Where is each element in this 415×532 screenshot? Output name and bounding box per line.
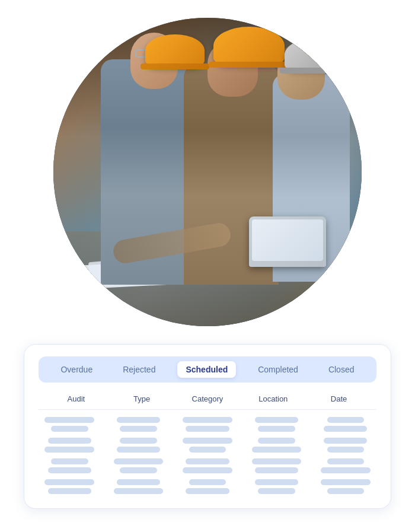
- tab-rejected[interactable]: Rejected: [114, 361, 164, 378]
- skeleton-line: [258, 488, 295, 494]
- cell-location-4: [245, 479, 307, 494]
- skeleton-line: [189, 447, 226, 453]
- table-row: [39, 479, 376, 494]
- skeleton-line: [183, 467, 232, 473]
- cell-audit-2: [39, 438, 100, 453]
- tabs-container: Overdue Rejected Scheduled Completed Clo…: [39, 356, 376, 383]
- skeleton-line: [255, 479, 298, 485]
- col-audit: Audit: [43, 394, 109, 403]
- skeleton-line: [258, 438, 295, 444]
- col-category: Category: [175, 394, 241, 403]
- skeleton-line: [321, 467, 371, 473]
- cell-date-4: [315, 479, 376, 494]
- laptop: [249, 216, 326, 267]
- skeleton-line: [48, 467, 91, 473]
- skeleton-line: [117, 417, 160, 423]
- cell-type-2: [107, 438, 169, 453]
- skeleton-line: [255, 467, 298, 473]
- col-date: Date: [306, 394, 372, 403]
- skeleton-line: [327, 447, 365, 453]
- cell-date-2: [315, 438, 376, 453]
- skeleton-line: [327, 417, 365, 423]
- skeleton-line: [186, 458, 229, 464]
- skeleton-line: [51, 426, 88, 432]
- table-row: [39, 417, 376, 432]
- skeleton-line: [327, 458, 365, 464]
- hero-section: [0, 0, 415, 338]
- cell-location-1: [245, 417, 307, 432]
- table-body: [39, 417, 376, 494]
- skeleton-line: [48, 488, 91, 494]
- cell-location-2: [245, 438, 307, 453]
- skeleton-line: [189, 479, 226, 485]
- cell-audit-1: [39, 417, 100, 432]
- cell-audit-3: [39, 458, 100, 473]
- skeleton-line: [258, 426, 295, 432]
- cell-category-3: [177, 458, 238, 473]
- hard-hat-2: [213, 27, 285, 65]
- cell-location-3: [245, 458, 307, 473]
- skeleton-line: [252, 458, 302, 464]
- skeleton-line: [327, 488, 365, 494]
- audit-card: Overdue Rejected Scheduled Completed Clo…: [24, 344, 391, 509]
- table-header: Audit Type Category Location Date: [39, 394, 376, 410]
- skeleton-line: [44, 447, 94, 453]
- cell-category-4: [177, 479, 238, 494]
- laptop-screen: [252, 219, 323, 261]
- skeleton-line: [255, 417, 298, 423]
- col-type: Type: [109, 394, 175, 403]
- cell-type-1: [107, 417, 169, 432]
- cell-date-3: [315, 458, 376, 473]
- cell-category-2: [177, 438, 238, 453]
- hard-hat-1: [145, 34, 205, 67]
- skeleton-line: [44, 417, 94, 423]
- tab-overdue[interactable]: Overdue: [52, 361, 101, 378]
- skeleton-line: [48, 438, 91, 444]
- cell-category-1: [177, 417, 238, 432]
- skeleton-line: [120, 426, 157, 432]
- cell-type-3: [107, 458, 169, 473]
- col-location: Location: [240, 394, 306, 403]
- cell-type-4: [107, 479, 169, 494]
- skeleton-line: [324, 438, 367, 444]
- tab-completed[interactable]: Completed: [250, 361, 307, 378]
- tab-closed[interactable]: Closed: [320, 361, 363, 378]
- skeleton-line: [183, 417, 232, 423]
- skeleton-line: [120, 467, 157, 473]
- skeleton-line: [324, 426, 367, 432]
- skeleton-line: [117, 479, 160, 485]
- skeleton-line: [321, 479, 371, 485]
- skeleton-line: [186, 426, 229, 432]
- skeleton-line: [117, 447, 160, 453]
- skeleton-line: [252, 447, 302, 453]
- table-row: [39, 438, 376, 453]
- hero-circle-image: [53, 18, 362, 326]
- skeleton-line: [51, 458, 88, 464]
- scene-background: [53, 18, 362, 326]
- table-row: [39, 458, 376, 473]
- hard-hat-3: [285, 39, 344, 71]
- skeleton-line: [120, 438, 157, 444]
- cell-audit-4: [39, 479, 100, 494]
- skeleton-line: [186, 488, 229, 494]
- cell-date-1: [315, 417, 376, 432]
- skeleton-line: [44, 479, 94, 485]
- tab-scheduled[interactable]: Scheduled: [177, 361, 236, 378]
- skeleton-line: [183, 438, 232, 444]
- skeleton-line: [114, 488, 164, 494]
- skeleton-line: [114, 458, 164, 464]
